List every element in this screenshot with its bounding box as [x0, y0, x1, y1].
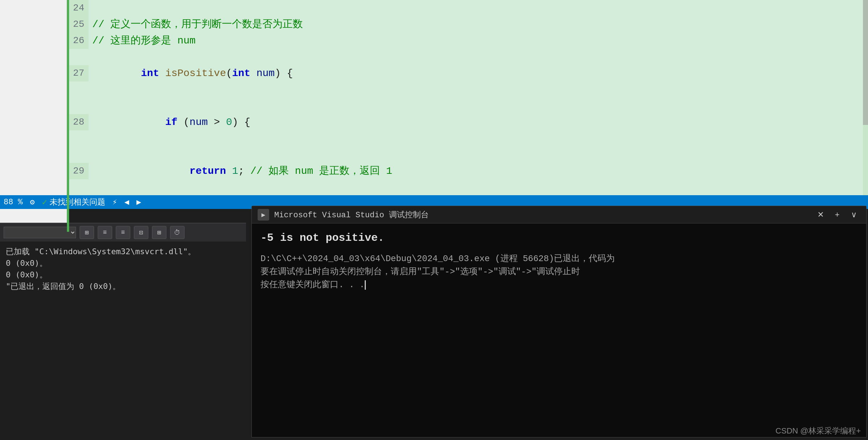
toolbar-btn-4[interactable]: ⊡	[134, 226, 148, 239]
bottom-toolbar: ⊞ ≡ ≡ ⊡ ⊞ ⏱	[0, 223, 246, 242]
terminal-output-path-3: 按任意键关闭此窗口. . .	[261, 278, 858, 292]
terminal-more-button[interactable]: ∨	[847, 209, 860, 220]
toolbar-icon[interactable]: ⚡	[113, 197, 117, 207]
toolbar-btn-3[interactable]: ≡	[116, 226, 130, 239]
editor-scrollbar[interactable]	[863, 0, 868, 208]
toolbar-btn-6[interactable]: ⏱	[170, 226, 185, 239]
code-line-29: 29 return 1; // 如果 num 是正数，返回 1	[67, 147, 868, 196]
terminal-titlebar: ▶ Microsoft Visual Studio 调试控制台 ✕ + ∨	[252, 206, 866, 223]
output-line-2: 0 (0x0)。	[6, 257, 240, 269]
output-line-1: 已加载 "C:\Windows\System32\msvcrt.dll"。	[6, 246, 240, 257]
output-line-3: 0 (0x0)。	[6, 269, 240, 281]
scroll-right[interactable]: ▶	[136, 197, 141, 207]
bottom-left-content: 已加载 "C:\Windows\System32\msvcrt.dll"。 0 …	[0, 242, 246, 297]
code-line-26: 26 // 这里的形参是 num	[67, 33, 868, 49]
editor-area: 24 25 // 定义一个函数，用于判断一个数是否为正数 26 // 这里的形参…	[67, 0, 868, 208]
terminal-output-path-2: 要在调试停止时自动关闭控制台，请启用"工具"->"选项"->"调试"->"调试停…	[261, 265, 858, 278]
terminal-output-path-1: D:\C\C++\2024_04_03\x64\Debug\2024_04_03…	[261, 252, 858, 265]
terminal-output-main: -5 is not positive.	[261, 231, 858, 245]
issue-icon: ⚙	[30, 197, 35, 207]
issues-text: ✓ 未找到相关问题	[42, 197, 105, 208]
scroll-left[interactable]: ◀	[124, 197, 129, 207]
code-line-28: 28 if (num > 0) {	[67, 98, 868, 147]
code-line-27: 27 int isPositive(int num) {	[67, 49, 868, 98]
zoom-level[interactable]: 88 %	[4, 198, 23, 207]
toolbar-btn-2[interactable]: ≡	[98, 226, 112, 239]
editor-scrollbar-thumb[interactable]	[863, 0, 868, 125]
terminal-window: ▶ Microsoft Visual Studio 调试控制台 ✕ + ∨ -5…	[251, 206, 867, 437]
code-line-25: 25 // 定义一个函数，用于判断一个数是否为正数	[67, 16, 868, 33]
code-content: 24 25 // 定义一个函数，用于判断一个数是否为正数 26 // 这里的形参…	[67, 0, 868, 208]
terminal-controls: ✕ + ∨	[814, 209, 860, 220]
toolbar-btn-1[interactable]: ⊞	[80, 226, 94, 239]
code-line-24: 24	[67, 0, 868, 16]
terminal-body: -5 is not positive. D:\C\C++\2024_04_03\…	[252, 223, 866, 299]
toolbar-btn-5[interactable]: ⊞	[152, 226, 166, 239]
bottom-left-panel: ⊞ ≡ ≡ ⊡ ⊞ ⏱ 已加载 "C:\Windows\System32\msv…	[0, 223, 246, 440]
terminal-add-button[interactable]: +	[831, 209, 844, 220]
output-line-4: "已退出，返回值为 0 (0x0)。	[6, 281, 240, 292]
green-bar	[67, 0, 69, 232]
terminal-cursor	[365, 280, 366, 290]
csdn-watermark: CSDN @林采采学编程+	[775, 426, 861, 436]
terminal-title: Microsoft Visual Studio 调试控制台	[274, 209, 809, 220]
terminal-app-icon: ▶	[258, 209, 269, 221]
terminal-close-button[interactable]: ✕	[814, 209, 827, 220]
output-select[interactable]	[4, 227, 76, 238]
